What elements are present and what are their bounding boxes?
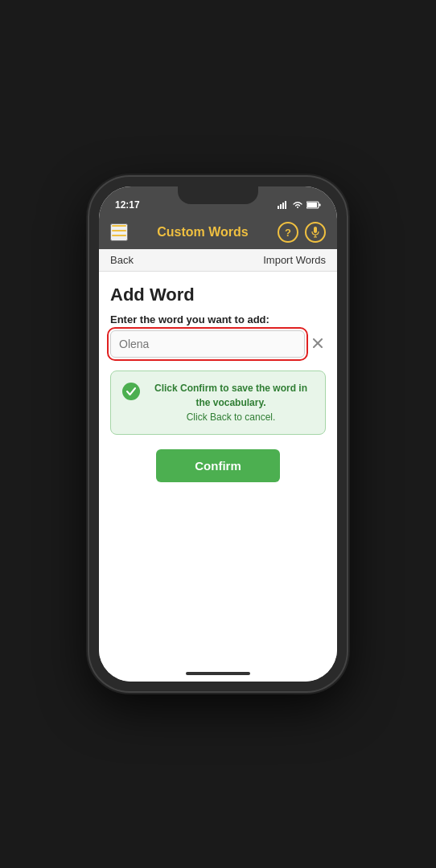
svg-rect-10	[314, 227, 317, 233]
status-time: 12:17	[115, 199, 140, 211]
phone-frame: 12:17	[89, 177, 347, 691]
confirm-button[interactable]: Confirm	[156, 449, 280, 482]
battery-icon	[306, 201, 321, 211]
content-area: Add Word Enter the word you want to add:	[99, 272, 337, 665]
back-button[interactable]: Back	[110, 254, 134, 266]
nav-bar: Back Import Words	[99, 249, 337, 272]
svg-rect-3	[285, 201, 286, 209]
home-bar	[186, 672, 250, 675]
svg-rect-8	[112, 230, 126, 231]
notice-text: Click Confirm to save the word in the vo…	[148, 381, 314, 424]
signal-icon	[278, 201, 289, 211]
svg-rect-6	[319, 204, 321, 207]
page-title: Add Word	[110, 285, 326, 305]
word-input-wrapper	[110, 330, 305, 358]
import-words-button[interactable]: Import Words	[263, 254, 326, 266]
notice-line2: vocabulary.	[213, 397, 266, 408]
svg-rect-9	[112, 235, 126, 236]
wifi-icon	[292, 201, 303, 211]
svg-rect-0	[278, 206, 279, 209]
home-indicator	[99, 665, 337, 682]
confirm-button-row: Confirm	[110, 449, 326, 482]
notch	[178, 186, 258, 204]
header-title: Custom Words	[157, 225, 248, 240]
svg-rect-1	[280, 204, 282, 209]
hamburger-button[interactable]	[110, 223, 128, 241]
app-header: Custom Words ?	[99, 215, 337, 249]
check-icon	[122, 383, 140, 400]
notice-line3: Click Back to cancel.	[187, 411, 276, 423]
help-button[interactable]: ?	[278, 222, 298, 243]
phone-screen: 12:17	[99, 186, 337, 682]
word-input[interactable]	[110, 330, 305, 358]
status-icons	[278, 201, 321, 211]
svg-rect-7	[112, 225, 126, 227]
mic-button[interactable]	[305, 222, 326, 243]
input-label: Enter the word you want to add:	[110, 313, 326, 326]
status-bar: 12:17	[99, 186, 337, 215]
header-icons: ?	[278, 222, 326, 243]
input-row	[110, 330, 326, 358]
clear-input-button[interactable]	[310, 334, 326, 354]
svg-rect-2	[282, 203, 284, 209]
svg-rect-5	[307, 203, 317, 207]
notice-box: Click Confirm to save the word in the vo…	[110, 371, 326, 435]
